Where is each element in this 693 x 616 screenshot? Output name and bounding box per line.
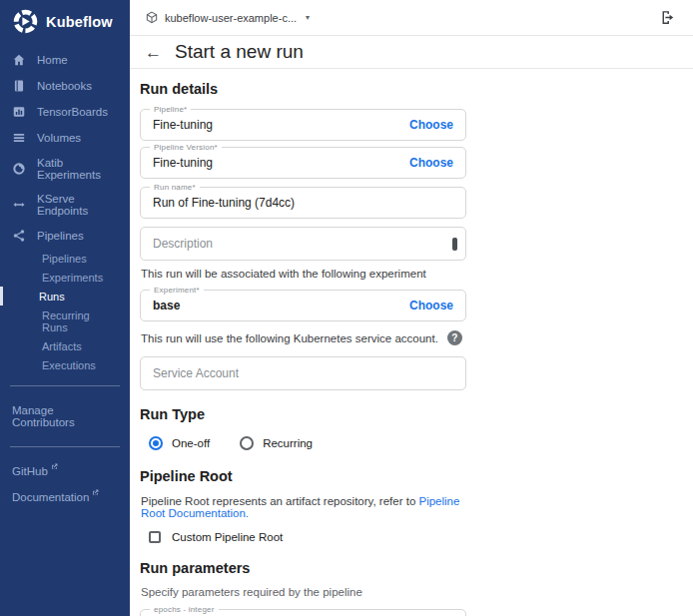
sidebar-divider [10,446,120,447]
pipelines-icon [12,229,26,243]
sidebar-item-label: Volumes [37,132,81,144]
run-name-input[interactable] [153,196,453,210]
sidebar-item-label: TensorBoards [37,106,108,118]
experiment-field-label: Experiment* [150,286,204,295]
logout-icon [659,9,676,26]
sidebar-item-home[interactable]: Home [0,47,130,73]
run-type-options: One-off Recurring [149,436,466,450]
namespace-value: kubeflow-user-example-c... [165,12,297,24]
kubeflow-logo-icon [13,9,38,34]
brand-name: Kubeflow [46,14,113,30]
sidebar-item-documentation[interactable]: Documentation [0,484,130,510]
sidebar-item-label: KServe Endpoints [37,193,118,217]
tensorboards-icon [12,105,26,119]
main-area: kubeflow-user-example-c... ▾ ← Start a n… [130,0,693,616]
kserve-icon [12,198,26,212]
checkbox-icon[interactable] [149,531,161,543]
run-parameters-subtext: Specify parameters required by the pipel… [141,586,466,598]
sidebar-item-label: Katib Experiments [37,157,118,181]
sidebar-subitem-artifacts[interactable]: Artifacts [0,336,130,355]
experiment-choose-button[interactable]: Choose [409,299,453,312]
page-header: ← Start a new run [130,36,693,69]
service-account-input[interactable] [153,366,453,380]
radio-recurring[interactable]: Recurring [240,436,313,450]
manage-contributors-label: Manage Contributors [12,404,118,428]
logout-button[interactable] [659,9,676,26]
external-link-icon [51,463,58,470]
radio-label: One-off [172,437,210,449]
service-account-field [140,356,466,390]
topbar: kubeflow-user-example-c... ▾ [130,0,693,36]
service-account-note-row: This run will use the following Kubernet… [141,330,466,345]
run-name-field-label: Run name* [150,183,200,192]
description-input[interactable] [153,237,453,251]
sidebar-item-tensorboards[interactable]: TensorBoards [0,99,130,125]
sidebar-subitem-recurring-runs[interactable]: Recurring Runs [0,306,130,336]
namespace-cube-icon [145,11,159,25]
epochs-field: epochs - integer [140,609,466,616]
run-name-field: Run name* [140,187,466,219]
checkbox-label: Custom Pipeline Root [172,531,283,543]
pipeline-version-input[interactable] [153,156,399,170]
sidebar: Kubeflow Home Notebooks TensorBoards Vol… [0,0,130,616]
back-arrow-icon[interactable]: ← [145,44,162,61]
documentation-label: Documentation [12,491,89,503]
experiment-input[interactable] [153,299,399,312]
sidebar-item-notebooks[interactable]: Notebooks [0,73,130,99]
page-content: Run details Pipeline* Choose Pipeline Ve… [130,69,693,616]
sidebar-item-manage-contributors[interactable]: Manage Contributors [0,397,130,435]
namespace-selector[interactable]: kubeflow-user-example-c... ▾ [145,11,310,25]
pipeline-field: Pipeline* Choose [140,109,466,141]
pipeline-version-field-label: Pipeline Version* [150,143,222,152]
pipeline-field-label: Pipeline* [150,105,191,114]
run-details-heading: Run details [140,81,693,97]
sidebar-subitem-experiments[interactable]: Experiments [0,268,130,287]
epochs-field-label: epochs - integer [150,605,219,614]
sidebar-item-label: Pipelines [37,230,84,242]
external-link-icon [92,489,99,496]
sidebar-subitem-executions[interactable]: Executions [0,355,130,374]
sidebar-item-github[interactable]: GitHub [0,458,130,484]
pipeline-input[interactable] [153,118,399,132]
home-icon [12,53,26,67]
sidebar-item-volumes[interactable]: Volumes [0,125,130,151]
resize-handle-icon[interactable] [452,238,457,251]
experiment-field: Experiment* Choose [140,290,466,321]
radio-label: Recurring [263,437,313,449]
sidebar-item-label: Notebooks [37,80,92,92]
kubeflow-brand[interactable]: Kubeflow [0,0,130,43]
pipeline-root-text-before: Pipeline Root represents an artifact rep… [141,495,418,507]
sidebar-item-kserve-endpoints[interactable]: KServe Endpoints [0,187,130,223]
help-icon[interactable]: ? [447,330,462,345]
sidebar-item-katib-experiments[interactable]: Katib Experiments [0,151,130,187]
github-label: GitHub [12,465,48,477]
pipeline-version-field: Pipeline Version* Choose [140,147,466,179]
pipeline-root-text: Pipeline Root represents an artifact rep… [141,495,466,519]
run-type-heading: Run Type [140,406,466,422]
pipeline-root-heading: Pipeline Root [140,468,466,484]
volumes-icon [12,131,26,145]
description-field [140,227,466,261]
sidebar-subitem-runs[interactable]: Runs [0,287,130,306]
radio-one-off[interactable]: One-off [149,436,210,450]
sidebar-subitem-pipelines[interactable]: Pipelines [0,249,130,268]
experiment-note: This run will be associated with the fol… [141,268,466,280]
service-account-note: This run will use the following Kubernet… [141,332,438,344]
sidebar-divider [10,385,120,386]
chevron-down-icon: ▾ [306,13,310,22]
sidebar-nav: Home Notebooks TensorBoards Volumes Kati… [0,47,130,374]
sidebar-item-pipelines[interactable]: Pipelines [0,223,130,249]
radio-icon[interactable] [240,436,254,450]
radio-icon[interactable] [149,436,163,450]
run-parameters-heading: Run parameters [140,560,466,576]
custom-pipeline-root-option[interactable]: Custom Pipeline Root [149,531,466,543]
pipeline-choose-button[interactable]: Choose [409,118,453,132]
pipeline-version-choose-button[interactable]: Choose [409,156,453,170]
katib-icon [12,162,26,176]
notebooks-icon [12,79,26,93]
sidebar-item-label: Home [37,54,68,66]
page-title: Start a new run [175,41,304,63]
